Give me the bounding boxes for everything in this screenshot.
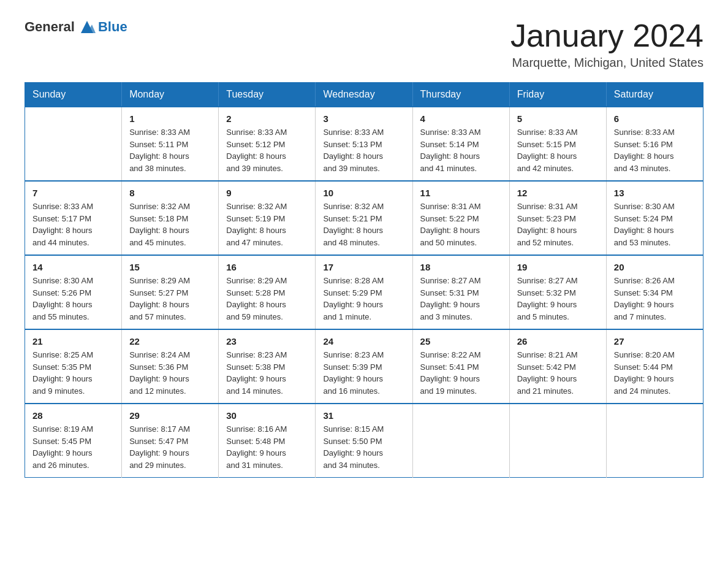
calendar-cell: 14Sunrise: 8:30 AM Sunset: 5:26 PM Dayli… bbox=[25, 255, 122, 329]
day-info: Sunrise: 8:32 AM Sunset: 5:19 PM Dayligh… bbox=[226, 201, 308, 248]
calendar-cell: 21Sunrise: 8:25 AM Sunset: 5:35 PM Dayli… bbox=[25, 329, 122, 404]
calendar-cell: 2Sunrise: 8:33 AM Sunset: 5:12 PM Daylig… bbox=[219, 107, 316, 181]
day-info: Sunrise: 8:24 AM Sunset: 5:36 PM Dayligh… bbox=[129, 349, 211, 397]
day-number: 12 bbox=[517, 188, 599, 198]
calendar-cell: 26Sunrise: 8:21 AM Sunset: 5:42 PM Dayli… bbox=[509, 329, 606, 404]
day-number: 17 bbox=[323, 262, 404, 272]
calendar-cell: 10Sunrise: 8:32 AM Sunset: 5:21 PM Dayli… bbox=[316, 181, 412, 255]
day-number: 10 bbox=[323, 188, 404, 198]
day-number: 13 bbox=[614, 188, 696, 198]
day-number: 23 bbox=[226, 336, 308, 347]
day-info: Sunrise: 8:27 AM Sunset: 5:31 PM Dayligh… bbox=[420, 275, 502, 323]
day-number: 4 bbox=[420, 113, 502, 124]
calendar-cell: 23Sunrise: 8:23 AM Sunset: 5:38 PM Dayli… bbox=[219, 329, 316, 404]
day-header-saturday: Saturday bbox=[606, 83, 703, 107]
day-number: 22 bbox=[129, 336, 211, 347]
calendar-cell: 13Sunrise: 8:30 AM Sunset: 5:24 PM Dayli… bbox=[606, 181, 703, 255]
day-number: 29 bbox=[129, 410, 211, 421]
day-info: Sunrise: 8:15 AM Sunset: 5:50 PM Dayligh… bbox=[323, 423, 404, 471]
day-info: Sunrise: 8:17 AM Sunset: 5:47 PM Dayligh… bbox=[129, 423, 211, 471]
day-number: 9 bbox=[226, 188, 308, 198]
day-number: 6 bbox=[614, 113, 696, 124]
day-number: 21 bbox=[32, 336, 114, 347]
week-row-2: 7Sunrise: 8:33 AM Sunset: 5:17 PM Daylig… bbox=[25, 181, 703, 255]
logo: General Blue bbox=[25, 18, 127, 36]
day-number: 1 bbox=[129, 113, 211, 124]
day-header-wednesday: Wednesday bbox=[316, 83, 412, 107]
day-info: Sunrise: 8:32 AM Sunset: 5:18 PM Dayligh… bbox=[129, 201, 211, 248]
day-info: Sunrise: 8:23 AM Sunset: 5:38 PM Dayligh… bbox=[226, 349, 308, 397]
day-info: Sunrise: 8:31 AM Sunset: 5:23 PM Dayligh… bbox=[517, 201, 599, 248]
day-number: 2 bbox=[226, 113, 308, 124]
week-row-1: 1Sunrise: 8:33 AM Sunset: 5:11 PM Daylig… bbox=[25, 107, 703, 181]
calendar-cell: 9Sunrise: 8:32 AM Sunset: 5:19 PM Daylig… bbox=[219, 181, 316, 255]
day-info: Sunrise: 8:21 AM Sunset: 5:42 PM Dayligh… bbox=[517, 349, 599, 397]
calendar-body: 1Sunrise: 8:33 AM Sunset: 5:11 PM Daylig… bbox=[25, 107, 703, 478]
calendar-cell: 18Sunrise: 8:27 AM Sunset: 5:31 PM Dayli… bbox=[412, 255, 509, 329]
day-info: Sunrise: 8:22 AM Sunset: 5:41 PM Dayligh… bbox=[420, 349, 502, 397]
day-number: 18 bbox=[420, 262, 502, 272]
location-title: Marquette, Michigan, United States bbox=[510, 56, 703, 70]
calendar-cell bbox=[606, 404, 703, 478]
day-info: Sunrise: 8:31 AM Sunset: 5:22 PM Dayligh… bbox=[420, 201, 502, 248]
day-info: Sunrise: 8:30 AM Sunset: 5:26 PM Dayligh… bbox=[32, 275, 114, 323]
day-header-sunday: Sunday bbox=[25, 83, 122, 107]
day-info: Sunrise: 8:29 AM Sunset: 5:27 PM Dayligh… bbox=[129, 275, 211, 323]
day-info: Sunrise: 8:33 AM Sunset: 5:11 PM Dayligh… bbox=[129, 126, 211, 174]
calendar-cell: 6Sunrise: 8:33 AM Sunset: 5:16 PM Daylig… bbox=[606, 107, 703, 181]
week-row-3: 14Sunrise: 8:30 AM Sunset: 5:26 PM Dayli… bbox=[25, 255, 703, 329]
day-number: 30 bbox=[226, 410, 308, 421]
day-number: 7 bbox=[32, 188, 114, 198]
day-number: 26 bbox=[517, 336, 599, 347]
calendar-cell: 22Sunrise: 8:24 AM Sunset: 5:36 PM Dayli… bbox=[122, 329, 219, 404]
day-number: 15 bbox=[129, 262, 211, 272]
day-number: 3 bbox=[323, 113, 404, 124]
day-info: Sunrise: 8:33 AM Sunset: 5:12 PM Dayligh… bbox=[226, 126, 308, 174]
calendar-cell: 1Sunrise: 8:33 AM Sunset: 5:11 PM Daylig… bbox=[122, 107, 219, 181]
day-header-friday: Friday bbox=[509, 83, 606, 107]
day-info: Sunrise: 8:33 AM Sunset: 5:15 PM Dayligh… bbox=[517, 126, 599, 174]
calendar-cell: 3Sunrise: 8:33 AM Sunset: 5:13 PM Daylig… bbox=[316, 107, 412, 181]
day-info: Sunrise: 8:27 AM Sunset: 5:32 PM Dayligh… bbox=[517, 275, 599, 323]
calendar-cell: 27Sunrise: 8:20 AM Sunset: 5:44 PM Dayli… bbox=[606, 329, 703, 404]
calendar-cell bbox=[25, 107, 122, 181]
calendar-cell bbox=[509, 404, 606, 478]
day-info: Sunrise: 8:33 AM Sunset: 5:14 PM Dayligh… bbox=[420, 126, 502, 174]
day-header-monday: Monday bbox=[122, 83, 219, 107]
calendar-cell: 7Sunrise: 8:33 AM Sunset: 5:17 PM Daylig… bbox=[25, 181, 122, 255]
day-number: 19 bbox=[517, 262, 599, 272]
calendar-cell: 16Sunrise: 8:29 AM Sunset: 5:28 PM Dayli… bbox=[219, 255, 316, 329]
day-number: 24 bbox=[323, 336, 404, 347]
calendar-cell: 25Sunrise: 8:22 AM Sunset: 5:41 PM Dayli… bbox=[412, 329, 509, 404]
calendar-cell: 28Sunrise: 8:19 AM Sunset: 5:45 PM Dayli… bbox=[25, 404, 122, 478]
day-number: 28 bbox=[32, 410, 114, 421]
calendar-cell: 12Sunrise: 8:31 AM Sunset: 5:23 PM Dayli… bbox=[509, 181, 606, 255]
days-of-week-row: SundayMondayTuesdayWednesdayThursdayFrid… bbox=[25, 83, 703, 107]
week-row-5: 28Sunrise: 8:19 AM Sunset: 5:45 PM Dayli… bbox=[25, 404, 703, 478]
day-info: Sunrise: 8:29 AM Sunset: 5:28 PM Dayligh… bbox=[226, 275, 308, 323]
calendar-cell bbox=[412, 404, 509, 478]
day-info: Sunrise: 8:33 AM Sunset: 5:16 PM Dayligh… bbox=[614, 126, 696, 174]
day-info: Sunrise: 8:23 AM Sunset: 5:39 PM Dayligh… bbox=[323, 349, 404, 397]
day-info: Sunrise: 8:33 AM Sunset: 5:13 PM Dayligh… bbox=[323, 126, 404, 174]
day-header-tuesday: Tuesday bbox=[219, 83, 316, 107]
day-number: 31 bbox=[323, 410, 404, 421]
calendar-cell: 30Sunrise: 8:16 AM Sunset: 5:48 PM Dayli… bbox=[219, 404, 316, 478]
day-info: Sunrise: 8:25 AM Sunset: 5:35 PM Dayligh… bbox=[32, 349, 114, 397]
day-header-thursday: Thursday bbox=[412, 83, 509, 107]
day-number: 25 bbox=[420, 336, 502, 347]
day-info: Sunrise: 8:33 AM Sunset: 5:17 PM Dayligh… bbox=[32, 201, 114, 248]
calendar-cell: 20Sunrise: 8:26 AM Sunset: 5:34 PM Dayli… bbox=[606, 255, 703, 329]
logo-text-blue: Blue bbox=[98, 19, 127, 35]
day-number: 14 bbox=[32, 262, 114, 272]
day-info: Sunrise: 8:19 AM Sunset: 5:45 PM Dayligh… bbox=[32, 423, 114, 471]
page-header: General Blue January 2024 Marquette, Mic… bbox=[25, 18, 703, 70]
calendar-cell: 19Sunrise: 8:27 AM Sunset: 5:32 PM Dayli… bbox=[509, 255, 606, 329]
logo-icon bbox=[78, 18, 96, 36]
calendar-cell: 15Sunrise: 8:29 AM Sunset: 5:27 PM Dayli… bbox=[122, 255, 219, 329]
calendar-cell: 17Sunrise: 8:28 AM Sunset: 5:29 PM Dayli… bbox=[316, 255, 412, 329]
calendar-cell: 11Sunrise: 8:31 AM Sunset: 5:22 PM Dayli… bbox=[412, 181, 509, 255]
day-number: 11 bbox=[420, 188, 502, 198]
day-number: 20 bbox=[614, 262, 696, 272]
calendar-cell: 29Sunrise: 8:17 AM Sunset: 5:47 PM Dayli… bbox=[122, 404, 219, 478]
